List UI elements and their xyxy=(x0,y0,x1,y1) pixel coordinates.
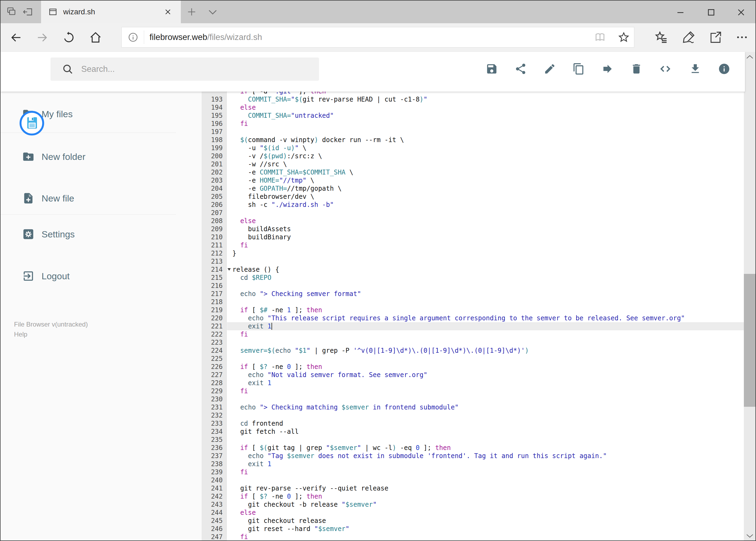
download-button[interactable] xyxy=(689,63,701,75)
code-line-242[interactable]: 242 if [ $? -ne 0 ]; then xyxy=(202,492,745,500)
fold-arrow-icon[interactable] xyxy=(227,268,231,270)
code-line-223[interactable]: 223 xyxy=(202,338,745,346)
copy-button[interactable] xyxy=(573,63,585,75)
code-line-216[interactable]: 216 xyxy=(202,282,745,290)
scrollbar-thumb[interactable] xyxy=(744,274,755,407)
code-line-213[interactable]: 213 xyxy=(202,258,745,266)
tab-preview-icon[interactable] xyxy=(6,6,17,17)
source-code-button[interactable] xyxy=(659,63,671,75)
code-line-233[interactable]: 233 cd frontend xyxy=(202,419,745,427)
annotate-pen-icon[interactable] xyxy=(682,31,695,44)
code-line-243[interactable]: 243 git checkout -b release "$semver" xyxy=(202,500,745,509)
code-line-214[interactable]: 214release () { xyxy=(202,266,745,273)
code-line-245[interactable]: 245 git checkout release xyxy=(202,517,745,525)
page-scrollbar[interactable] xyxy=(744,52,755,541)
share-page-icon[interactable] xyxy=(709,31,722,44)
delete-button[interactable] xyxy=(630,63,642,75)
search-box[interactable] xyxy=(51,58,319,81)
code-line-229[interactable]: 229 fi xyxy=(202,387,745,395)
code-line-221[interactable]: 221 exit 1 xyxy=(202,322,745,330)
favorite-star-icon[interactable] xyxy=(618,31,630,43)
code-line-220[interactable]: 220 echo "This release script requires a… xyxy=(202,314,745,322)
code-line-198[interactable]: 198 $(command -v winpty) docker run --rm… xyxy=(202,136,745,144)
code-line-192[interactable]: if [ -d ".git" ]; then xyxy=(202,92,745,95)
code-line-193[interactable]: 193 COMMIT_SHA="$(git rev-parse HEAD | c… xyxy=(202,95,745,104)
search-input[interactable] xyxy=(81,64,297,74)
edit-button[interactable] xyxy=(544,63,556,75)
code-line-211[interactable]: 211 fi xyxy=(202,241,745,249)
code-line-202[interactable]: 202 -e COMMIT_SHA=$COMMIT_SHA \ xyxy=(202,168,745,176)
code-line-219[interactable]: 219 if [ $# -ne 1 ]; then xyxy=(202,306,745,314)
set-tabs-aside-icon[interactable] xyxy=(23,6,34,17)
code-line-218[interactable]: 218 xyxy=(202,298,745,306)
code-line-205[interactable]: 205 filebrowser/dev \ xyxy=(202,193,745,201)
code-line-238[interactable]: 238 exit 1 xyxy=(202,460,745,468)
code-lines[interactable]: if [ -d ".git" ]; then193 COMMIT_SHA="$(… xyxy=(202,92,745,541)
code-line-207[interactable]: 207 xyxy=(202,209,745,217)
code-line-196[interactable]: 196 fi xyxy=(202,120,745,128)
share-button[interactable] xyxy=(514,63,527,75)
filebrowser-logo[interactable] xyxy=(19,111,45,136)
code-line-197[interactable]: 197 xyxy=(202,128,745,136)
maximize-button[interactable] xyxy=(706,7,716,17)
minimize-button[interactable] xyxy=(675,7,685,17)
more-options-icon[interactable] xyxy=(735,31,749,44)
code-line-203[interactable]: 203 -e HOME="//tmp" \ xyxy=(202,176,745,185)
move-button[interactable] xyxy=(601,63,614,75)
code-line-195[interactable]: 195 COMMIT_SHA="untracked" xyxy=(202,112,745,120)
code-line-237[interactable]: 237 echo "Tag $semver does not exist in … xyxy=(202,452,745,460)
code-line-241[interactable]: 241 git rev-parse --verify --quiet relea… xyxy=(202,484,745,492)
code-editor[interactable]: if [ -d ".git" ]; then193 COMMIT_SHA="$(… xyxy=(202,92,745,541)
site-info-icon[interactable] xyxy=(127,32,138,43)
code-line-226[interactable]: 226 if [ $? -ne 0 ]; then xyxy=(202,363,745,371)
scroll-down-icon[interactable] xyxy=(746,533,754,539)
new-tab-icon[interactable] xyxy=(186,6,197,17)
code-line-210[interactable]: 210 buildBinary xyxy=(202,233,745,241)
tab-dropdown-icon[interactable] xyxy=(207,9,218,16)
code-line-215[interactable]: 215 cd $REPO xyxy=(202,273,745,282)
code-line-204[interactable]: 204 -e GOPATH=//tmp/gopath \ xyxy=(202,185,745,193)
code-line-228[interactable]: 228 exit 1 xyxy=(202,379,745,387)
code-line-194[interactable]: 194 else xyxy=(202,104,745,112)
sidebar-item-logout[interactable]: Logout xyxy=(1,264,202,288)
code-line-208[interactable]: 208 else xyxy=(202,217,745,225)
home-icon[interactable] xyxy=(89,31,102,44)
hub-favorites-icon[interactable] xyxy=(655,31,668,44)
code-line-227[interactable]: 227 echo "Not valid semver format. See s… xyxy=(202,371,745,379)
refresh-icon[interactable] xyxy=(62,31,76,44)
code-line-212[interactable]: 212} xyxy=(202,249,745,258)
code-line-225[interactable]: 225 xyxy=(202,355,745,363)
close-window-button[interactable] xyxy=(736,7,746,17)
code-line-230[interactable]: 230 xyxy=(202,395,745,403)
code-line-232[interactable]: 232 xyxy=(202,411,745,419)
code-line-244[interactable]: 244 else xyxy=(202,509,745,517)
save-button[interactable] xyxy=(486,63,498,75)
code-line-234[interactable]: 234 git fetch --all xyxy=(202,427,745,436)
code-line-206[interactable]: 206 sh -c "./wizard.sh -b" xyxy=(202,201,745,209)
code-line-201[interactable]: 201 -w //src \ xyxy=(202,160,745,168)
forward-icon[interactable] xyxy=(36,31,49,44)
info-button[interactable] xyxy=(718,63,730,75)
browser-tab[interactable]: wizard.sh xyxy=(41,1,181,23)
sidebar-item-settings[interactable]: Settings xyxy=(1,222,202,247)
code-line-224[interactable]: 224 semver=$(echo "$1" | grep -P '^v(0|[… xyxy=(202,346,745,355)
code-line-222[interactable]: 222 fi xyxy=(202,330,745,338)
back-icon[interactable] xyxy=(9,31,23,44)
reading-view-icon[interactable] xyxy=(594,31,606,43)
code-line-239[interactable]: 239 fi xyxy=(202,468,745,476)
code-line-209[interactable]: 209 buildAssets xyxy=(202,225,745,233)
code-line-231[interactable]: 231 echo "> Checking matching $semver in… xyxy=(202,403,745,411)
code-line-235[interactable]: 235 xyxy=(202,436,745,444)
sidebar-item-new-file[interactable]: New file xyxy=(1,186,202,211)
code-line-246[interactable]: 246 git reset --hard "$semver" xyxy=(202,525,745,533)
sidebar-item-new-folder[interactable]: New folder xyxy=(1,144,202,169)
scroll-up-icon[interactable] xyxy=(746,54,754,60)
code-line-247[interactable]: 247 fi xyxy=(202,533,745,541)
tab-close-icon[interactable] xyxy=(164,8,172,16)
help-link[interactable]: Help xyxy=(14,329,88,339)
address-bar[interactable]: filebrowser.web/files/wizard.sh xyxy=(122,27,634,48)
code-line-236[interactable]: 236 if [ $(git tag | grep "$semver" | wc… xyxy=(202,444,745,452)
code-line-217[interactable]: 217 echo "> Checking semver format" xyxy=(202,290,745,298)
code-line-199[interactable]: 199 -u "$(id -u)" \ xyxy=(202,144,745,152)
code-line-240[interactable]: 240 xyxy=(202,476,745,484)
